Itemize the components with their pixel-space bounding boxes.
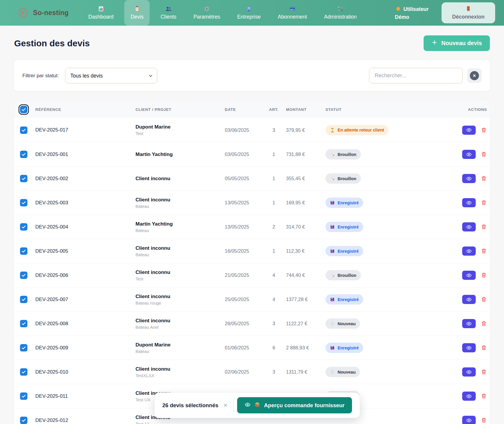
table-row: DEV-2025-006Client inconnuTest21/05/2025… <box>14 263 490 287</box>
package-icon <box>254 402 260 409</box>
delete-quote-button[interactable] <box>481 200 487 206</box>
quote-amount: 2 888,93 € <box>286 345 325 351</box>
nav-item-abonnement[interactable]: Abonnement <box>272 0 313 26</box>
row-checkbox[interactable] <box>20 126 27 134</box>
delete-quote-button[interactable] <box>481 224 487 230</box>
row-checkbox[interactable] <box>20 417 27 424</box>
row-checkbox[interactable] <box>20 151 27 158</box>
view-quote-button[interactable] <box>462 295 476 304</box>
delete-quote-button[interactable] <box>481 321 487 327</box>
client-name: Client inconnu <box>135 366 225 372</box>
nav-item-clients[interactable]: Clients <box>154 0 183 26</box>
nav-label: Administration <box>324 14 357 20</box>
project-name: Test 12 <box>135 422 225 424</box>
column-header-status: STATUT <box>325 107 448 112</box>
delete-quote-button[interactable] <box>481 417 487 423</box>
table-header-row: RÉFÉRENCECLIENT / PROJETDATEART.MONTANTS… <box>14 101 490 118</box>
clear-search-button[interactable] <box>467 68 482 83</box>
project-name: Bateau <box>135 204 225 209</box>
building-icon <box>246 6 252 12</box>
row-checkbox[interactable] <box>20 368 27 376</box>
quote-amount: 112,30 € <box>286 248 325 254</box>
delete-quote-button[interactable] <box>481 345 487 351</box>
row-checkbox[interactable] <box>20 223 27 231</box>
quote-date: 03/05/2025 <box>225 152 262 157</box>
row-checkbox[interactable] <box>20 392 27 400</box>
quote-amount: 731,88 € <box>286 152 325 157</box>
project-name: Bateau <box>135 252 225 257</box>
delete-quote-button[interactable] <box>481 127 487 133</box>
view-quote-button[interactable] <box>462 126 476 135</box>
view-quote-button[interactable] <box>462 150 476 159</box>
quote-reference: DEV-2025-004 <box>35 224 135 230</box>
top-navigation-bar: So-nesting DashboardDevisClientsParamètr… <box>0 0 504 26</box>
quote-reference: DEV-2025-006 <box>35 272 135 278</box>
row-checkbox[interactable] <box>20 296 27 303</box>
row-checkbox[interactable] <box>20 199 27 206</box>
row-checkbox[interactable] <box>20 247 27 255</box>
view-quote-button[interactable] <box>462 246 476 256</box>
nav-label: Clients <box>161 14 176 20</box>
view-quote-button[interactable] <box>462 392 476 401</box>
delete-quote-button[interactable] <box>481 248 487 254</box>
delete-quote-button[interactable] <box>481 151 487 157</box>
floppy-icon <box>330 249 335 254</box>
nav-item-dashboard[interactable]: Dashboard <box>82 0 120 26</box>
floppy-icon <box>330 345 335 350</box>
row-checkbox[interactable] <box>20 344 27 351</box>
nav-item-parametres[interactable]: Paramètres <box>187 0 226 26</box>
view-quote-button[interactable] <box>462 222 476 231</box>
quote-reference: DEV-2025-001 <box>35 152 135 157</box>
quote-date: 13/05/2025 <box>225 224 262 230</box>
delete-quote-button[interactable] <box>481 369 487 375</box>
view-quote-button[interactable] <box>462 319 476 328</box>
row-checkbox[interactable] <box>20 320 27 327</box>
page-icon <box>330 321 335 326</box>
delete-quote-button[interactable] <box>481 296 487 303</box>
quote-date: 05/05/2025 <box>225 176 262 181</box>
preview-button-label: Aperçu commande fournisseur <box>264 402 344 409</box>
status-filter-select[interactable]: Tous les devis <box>65 68 157 83</box>
view-quote-button[interactable] <box>462 367 476 377</box>
memo-icon <box>330 176 335 181</box>
quote-amount: 355,45 € <box>286 176 325 181</box>
row-checkbox[interactable] <box>20 272 27 279</box>
row-checkbox[interactable] <box>20 175 27 182</box>
hourglass-icon <box>330 128 335 133</box>
status-label: Nouveau <box>338 321 356 326</box>
clear-selection-button[interactable] <box>222 402 229 408</box>
nav-item-entreprise[interactable]: Entreprise <box>231 0 267 26</box>
selection-count: 26 devis sélectionnés <box>162 402 218 409</box>
status-filter-label: Filtrer par statut: <box>22 73 59 79</box>
view-quote-button[interactable] <box>462 174 476 183</box>
client-name: Client inconnu <box>135 318 225 324</box>
status-badge: Enregistré <box>325 343 363 353</box>
delete-quote-button[interactable] <box>481 393 487 399</box>
status-badge: Enregistré <box>325 294 363 305</box>
status-badge: Enregistré <box>325 222 363 232</box>
page-icon <box>330 369 335 374</box>
nav-item-administration[interactable]: Administration <box>318 0 363 26</box>
eye-icon <box>244 402 251 409</box>
view-quote-button[interactable] <box>462 198 476 207</box>
new-quote-button[interactable]: Nouveau devis <box>424 35 490 51</box>
view-quote-button[interactable] <box>462 271 476 280</box>
articles-count: 1 <box>262 152 286 157</box>
main-nav: DashboardDevisClientsParamètresEntrepris… <box>82 0 363 26</box>
client-name: Dupont Marine <box>135 342 225 348</box>
search-input[interactable] <box>369 68 463 83</box>
brand-logo[interactable]: So-nesting <box>17 0 69 26</box>
logout-button[interactable]: Déconnexion <box>442 2 495 23</box>
delete-quote-button[interactable] <box>481 175 487 182</box>
supplier-order-preview-button[interactable]: Aperçu commande fournisseur <box>237 397 352 413</box>
divider <box>233 399 234 412</box>
nav-item-devis[interactable]: Devis <box>124 0 150 26</box>
card-icon <box>289 6 296 12</box>
nav-label: Devis <box>130 14 143 20</box>
delete-quote-button[interactable] <box>481 272 487 278</box>
status-badge: Brouillon <box>325 270 361 280</box>
select-all-checkbox[interactable] <box>20 106 27 113</box>
view-quote-button[interactable] <box>462 416 476 424</box>
user-menu[interactable]: Utilisateur Démo <box>395 0 429 26</box>
view-quote-button[interactable] <box>462 343 476 352</box>
